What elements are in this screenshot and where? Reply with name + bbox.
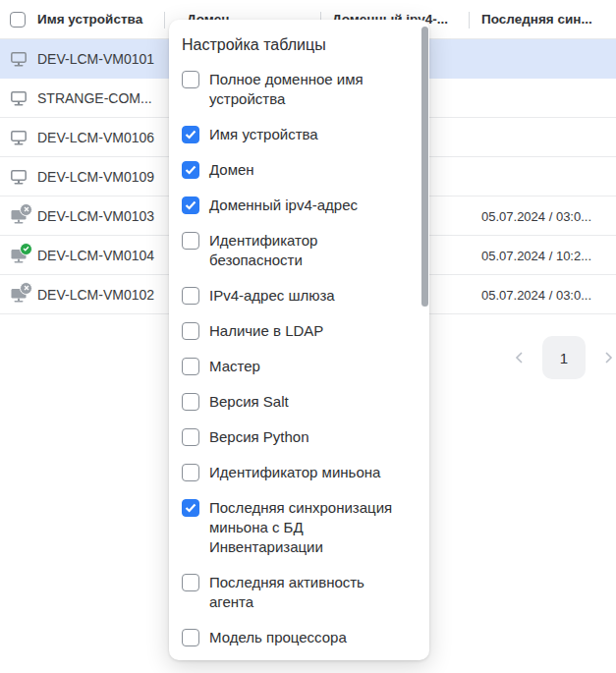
checkbox-icon xyxy=(182,574,199,591)
column-option-label: Идентификатор миньона xyxy=(209,463,380,482)
device-monitor-icon xyxy=(9,206,28,226)
device-name: DEV-LCM-VM0104 xyxy=(37,248,154,263)
prev-page-button[interactable] xyxy=(513,351,527,365)
select-all-checkbox[interactable] xyxy=(10,12,26,28)
offline-badge-icon xyxy=(20,282,32,295)
device-monitor-icon xyxy=(9,285,28,305)
column-option-minion-id[interactable]: Идентификатор миньона xyxy=(182,463,412,482)
checkbox-icon xyxy=(182,287,199,305)
device-monitor-icon xyxy=(9,88,28,108)
last-sync-value: 05.07.2024 / 03:0... xyxy=(481,275,591,314)
checkbox-icon xyxy=(182,428,199,446)
pagination: 1 xyxy=(513,336,615,379)
column-option-fqdn[interactable]: Полное доменное имя устройства xyxy=(182,70,412,109)
device-name: DEV-LCM-VM0109 xyxy=(37,169,154,185)
column-option-label: Версия Python xyxy=(209,427,309,447)
scrollbar-thumb[interactable] xyxy=(421,27,428,307)
column-option-last-sync[interactable]: Последняя синхронизация миньона с БД Инв… xyxy=(182,498,412,557)
device-name: DEV-LCM-VM0103 xyxy=(37,208,154,224)
device-monitor-icon xyxy=(9,128,28,147)
column-option-label: Идентификатор безопасности xyxy=(209,231,412,270)
device-monitor-icon xyxy=(9,49,28,69)
column-option-label: Модель процессора xyxy=(209,628,347,647)
device-monitor-icon xyxy=(9,167,28,187)
column-option-label: Имя устройства xyxy=(209,125,318,144)
column-header-last-sync[interactable]: Последняя син... xyxy=(481,12,592,27)
screen: Имя устройства Домен Доменный ipv4-... П… xyxy=(0,0,616,673)
checkbox-icon xyxy=(182,464,199,481)
column-options-list: Полное доменное имя устройства Имя устро… xyxy=(182,70,412,660)
table-settings-popup: Настройка таблицы Полное доменное имя ус… xyxy=(169,20,429,660)
column-option-label: Последняя активность агента xyxy=(209,573,412,612)
offline-badge-icon xyxy=(20,203,32,216)
checkbox-icon xyxy=(182,232,199,250)
column-option-device-name[interactable]: Имя устройства xyxy=(182,125,412,144)
column-option-label: Полное доменное имя устройства xyxy=(209,70,412,109)
last-sync-value: 05.07.2024 / 10:2... xyxy=(481,236,591,275)
column-option-label: Последняя синхронизация миньона с БД Инв… xyxy=(209,498,412,557)
column-option-label: IPv4-адрес шлюза xyxy=(209,286,335,306)
last-sync-value: 05.07.2024 / 03:0... xyxy=(481,196,591,236)
column-option-gateway-ipv4[interactable]: IPv4-адрес шлюза xyxy=(182,286,412,306)
checkbox-icon xyxy=(182,629,199,646)
column-option-domain-ipv4[interactable]: Доменный ipv4-адрес xyxy=(182,196,412,215)
column-option-label: Наличие в LDAP xyxy=(209,321,323,341)
column-header-device-name[interactable]: Имя устройства xyxy=(37,12,142,27)
device-name: DEV-LCM-VM0106 xyxy=(37,130,154,145)
column-option-security-id[interactable]: Идентификатор безопасности xyxy=(182,231,412,270)
column-option-cpu-model[interactable]: Модель процессора xyxy=(182,628,412,647)
device-name: DEV-LCM-VM0101 xyxy=(37,51,154,67)
column-option-label: Мастер xyxy=(209,357,260,376)
column-option-ldap[interactable]: Наличие в LDAP xyxy=(182,321,412,341)
online-badge-icon xyxy=(20,243,32,255)
checkbox-icon xyxy=(182,196,199,214)
page-number-button[interactable]: 1 xyxy=(542,336,586,379)
checkbox-icon xyxy=(182,358,199,375)
column-divider xyxy=(164,12,165,28)
column-option-label: Версия Salt xyxy=(209,392,289,412)
column-option-salt-version[interactable]: Версия Salt xyxy=(182,392,412,412)
column-divider xyxy=(469,12,470,28)
column-option-label: Домен xyxy=(209,160,254,180)
column-option-python-version[interactable]: Версия Python xyxy=(182,427,412,447)
checkbox-icon xyxy=(182,322,199,340)
column-option-agent-activity[interactable]: Последняя активность агента xyxy=(182,573,412,612)
column-option-label: Доменный ipv4-адрес xyxy=(209,196,358,215)
checkbox-icon xyxy=(182,499,199,517)
checkbox-icon xyxy=(182,126,199,143)
checkbox-icon xyxy=(182,161,199,179)
column-option-master[interactable]: Мастер xyxy=(182,357,412,376)
column-option-domain[interactable]: Домен xyxy=(182,160,412,180)
popup-title: Настройка таблицы xyxy=(182,35,412,55)
checkbox-icon xyxy=(182,393,199,411)
device-monitor-icon xyxy=(9,246,28,265)
checkbox-icon xyxy=(182,71,199,88)
device-name: STRANGE-COM... xyxy=(37,90,152,106)
next-page-button[interactable] xyxy=(601,351,615,365)
device-name: DEV-LCM-VM0102 xyxy=(37,287,154,303)
